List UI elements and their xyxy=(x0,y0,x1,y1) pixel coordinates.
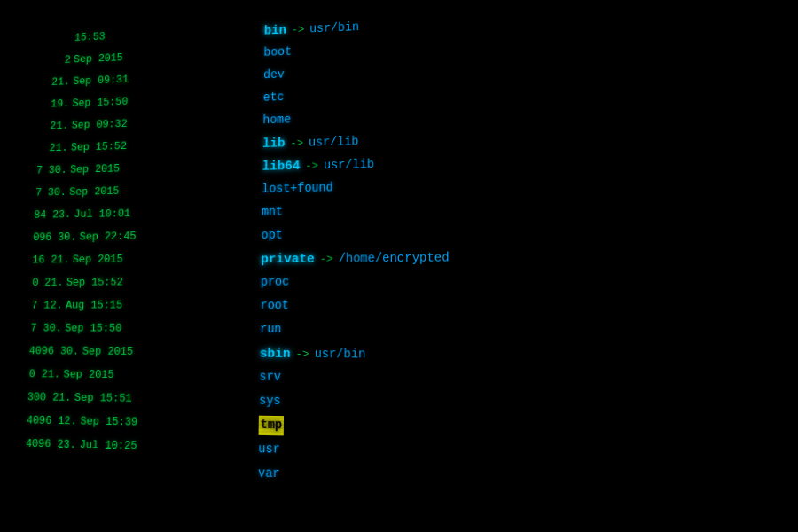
date-field: Sep 15:51 xyxy=(74,389,132,408)
entry-name: run xyxy=(260,320,282,340)
entry-name: boot xyxy=(263,43,292,62)
left-row: 16 21.Sep 2015 xyxy=(32,250,253,275)
left-row: 7 12.Aug 15:15 xyxy=(30,296,252,320)
file-size: 21. xyxy=(38,74,70,91)
left-row: 0 21.Sep 2015 xyxy=(27,366,251,392)
file-size: 16 21. xyxy=(32,252,70,269)
symlink-arrow: -> xyxy=(305,158,318,176)
date-field: Sep 2015 xyxy=(74,50,123,68)
dir-entry: private->/home/encrypted xyxy=(261,244,798,273)
date-field: Sep 15:52 xyxy=(71,138,128,156)
left-row: 0 21.Sep 15:52 xyxy=(31,273,253,297)
entry-name: etc xyxy=(263,89,285,107)
file-size: 7 30. xyxy=(35,184,66,201)
date-field: Sep 15:50 xyxy=(72,94,128,113)
entry-name: usr xyxy=(258,440,280,459)
entry-name: dev xyxy=(263,66,285,84)
file-size: 21. xyxy=(37,118,69,136)
left-row: 7 30.Sep 15:50 xyxy=(29,320,252,344)
dir-entry: proc xyxy=(261,270,798,297)
entry-name: var xyxy=(258,464,280,484)
file-size: 84 23. xyxy=(34,207,71,224)
file-size: 096 30. xyxy=(33,229,76,246)
symlink-target: usr/bin xyxy=(314,345,365,364)
file-size: 7 30. xyxy=(35,162,67,179)
symlink-target: usr/lib xyxy=(324,155,374,175)
left-row: 4096 30.Sep 2015 xyxy=(28,343,251,368)
file-size: 21. xyxy=(36,140,68,158)
date-field: Sep 09:32 xyxy=(71,116,127,135)
entry-name: lib64 xyxy=(262,156,301,176)
entry-name: srv xyxy=(259,368,281,387)
entry-name: bin xyxy=(264,20,287,41)
date-field: Jul 10:01 xyxy=(74,206,130,223)
left-row: 300 21.Sep 15:51 xyxy=(27,389,250,416)
entry-name: lost+found xyxy=(262,179,333,200)
terminal-window: 15:532Sep 201521.Sep 09:3119.Sep 15:5021… xyxy=(15,0,798,532)
date-field: Sep 2015 xyxy=(69,184,120,201)
file-size: 0 21. xyxy=(27,366,60,384)
left-row: 84 23.Jul 10:01 xyxy=(34,203,254,229)
date-field: Sep 2015 xyxy=(73,251,123,269)
entry-name: home xyxy=(262,111,291,130)
dir-entry: run xyxy=(260,320,798,346)
symlink-target: usr/bin xyxy=(309,19,359,39)
symlink-target: usr/lib xyxy=(309,133,359,153)
date-field: Sep 22:45 xyxy=(79,228,136,246)
entry-name: sys xyxy=(259,392,281,411)
dir-entry: root xyxy=(260,295,798,321)
entry-name: mnt xyxy=(262,203,283,222)
left-row: 096 30.Sep 22:45 xyxy=(33,227,253,253)
symlink-target: /home/encrypted xyxy=(339,249,450,270)
file-size: 2 xyxy=(39,52,71,70)
file-size: 4096 23. xyxy=(26,435,77,454)
file-size: 19. xyxy=(37,96,69,113)
entry-name: private xyxy=(261,249,315,270)
date-field: Sep 2015 xyxy=(70,160,121,178)
left-column: 15:532Sep 201521.Sep 09:3119.Sep 15:5021… xyxy=(15,22,256,524)
date-field: Sep 15:39 xyxy=(80,413,138,432)
entry-name: proc xyxy=(261,273,290,292)
date-field: Jul 10:25 xyxy=(79,436,137,455)
file-size: 7 30. xyxy=(29,320,62,337)
file-size: 4096 30. xyxy=(28,343,79,361)
date-field: Sep 15:52 xyxy=(66,274,123,292)
file-size: 7 12. xyxy=(30,297,63,314)
file-size xyxy=(40,41,71,42)
terminal-content: 15:532Sep 201521.Sep 09:3119.Sep 15:5021… xyxy=(15,0,798,532)
symlink-arrow: -> xyxy=(295,346,309,364)
right-column: bin->usr/binbootdevetchomelib->usr/libli… xyxy=(248,0,798,532)
file-size: 300 21. xyxy=(27,389,72,407)
entry-name: lib xyxy=(262,134,286,154)
date-field: Sep 15:50 xyxy=(65,320,122,338)
date-field: 15:53 xyxy=(74,29,106,47)
entry-name: root xyxy=(260,296,289,315)
entry-name: sbin xyxy=(260,344,291,364)
left-row: 4096 23.Jul 10:25 xyxy=(25,435,249,464)
entry-name: tmp xyxy=(259,416,285,435)
date-field: Sep 2015 xyxy=(82,343,134,361)
date-field: Sep 2015 xyxy=(63,366,114,384)
file-size: 0 21. xyxy=(31,274,63,291)
file-size: 4096 12. xyxy=(27,412,77,431)
date-field: Sep 09:31 xyxy=(73,72,129,90)
symlink-arrow: -> xyxy=(290,135,303,153)
symlink-arrow: -> xyxy=(292,21,305,39)
symlink-arrow: -> xyxy=(320,251,333,269)
entry-name: opt xyxy=(261,226,282,245)
date-field: Aug 15:15 xyxy=(66,297,123,314)
